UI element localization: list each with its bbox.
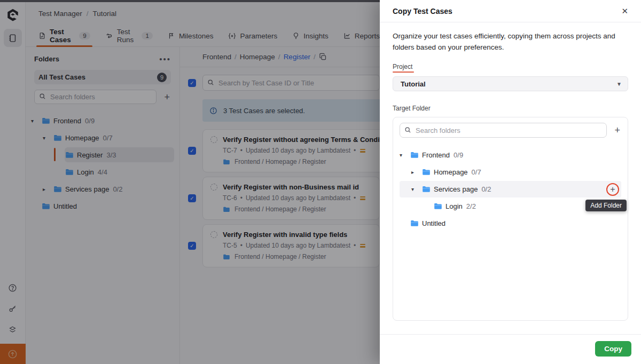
- modal-title: Copy Test Cases: [393, 7, 452, 15]
- folder-count: 2/2: [466, 202, 476, 210]
- modal-body: Organize your test cases efficiently, co…: [380, 22, 641, 321]
- target-folder-label: Target Folder: [393, 105, 628, 112]
- copy-button[interactable]: Copy: [595, 341, 631, 357]
- folder-name: Homepage: [434, 168, 468, 176]
- add-root-folder-button[interactable]: +: [613, 125, 621, 135]
- project-label-underline: [393, 72, 414, 73]
- modal-folders-search-input[interactable]: [400, 123, 607, 138]
- folder-icon: [422, 186, 431, 193]
- annotation-ring: [606, 183, 619, 196]
- caret-right-icon[interactable]: ▸: [411, 169, 422, 175]
- project-label: Project: [393, 63, 412, 70]
- modal-folder-tree: ▾Frontend0/9▸Homepage0/7▾Services page0/…: [400, 147, 621, 232]
- folder-name: Untitled: [422, 219, 445, 227]
- folder-icon: [434, 203, 442, 210]
- caret-down-icon[interactable]: ▾: [400, 152, 410, 158]
- project-select-value: Tutorial: [401, 80, 426, 88]
- close-icon[interactable]: ✕: [621, 6, 628, 16]
- chevron-down-icon: ▼: [616, 81, 622, 87]
- folder-count: 0/7: [472, 168, 481, 176]
- modal-header: Copy Test Cases ✕: [380, 0, 641, 22]
- modal-search-row: +: [400, 123, 621, 138]
- folder-icon: [422, 169, 431, 176]
- target-folder-box: + ▾Frontend0/9▸Homepage0/7▾Services page…: [393, 117, 628, 321]
- base-page: Test Manager / Tutorial Test Cases9Test …: [0, 0, 380, 364]
- folder-count: 0/2: [481, 185, 491, 193]
- folder-name: Login: [445, 202, 463, 210]
- project-select[interactable]: Tutorial ▼: [393, 76, 628, 91]
- folder-icon: [410, 152, 419, 159]
- folder-name: Services page: [434, 185, 478, 193]
- folder-count: 0/9: [454, 151, 463, 159]
- add-folder-tooltip: Add Folder: [585, 200, 627, 211]
- copy-test-cases-modal: Copy Test Cases ✕ Organize your test cas…: [380, 0, 641, 364]
- modal-folder-services-page[interactable]: ▾Services page0/2+Add Folder: [400, 181, 621, 197]
- search-icon: [404, 126, 411, 133]
- modal-folder-frontend[interactable]: ▾Frontend0/9: [400, 147, 621, 163]
- modal-folder-untitled[interactable]: Untitled: [400, 215, 621, 232]
- folder-name: Frontend: [422, 151, 450, 159]
- modal-folder-homepage[interactable]: ▸Homepage0/7: [400, 164, 621, 180]
- caret-down-icon[interactable]: ▾: [411, 186, 422, 192]
- folder-icon: [410, 220, 419, 227]
- modal-footer: Copy: [380, 334, 641, 364]
- modal-backdrop[interactable]: [0, 0, 380, 364]
- screen: Test Manager / Tutorial Test Cases9Test …: [0, 0, 641, 364]
- add-subfolder-button[interactable]: +Add Folder: [606, 183, 619, 196]
- modal-description: Organize your test cases efficiently, co…: [393, 30, 628, 53]
